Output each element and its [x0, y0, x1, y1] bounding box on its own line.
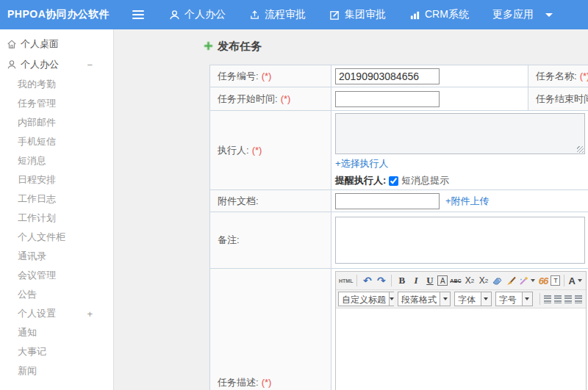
- task-number-label-cell: 任务编号:(*): [210, 65, 331, 87]
- align-right-icon[interactable]: [564, 295, 572, 303]
- sidebar-item-meeting-management[interactable]: 会议管理: [0, 266, 113, 285]
- format-brush-icon[interactable]: [505, 273, 517, 288]
- blockquote-button[interactable]: 66: [537, 273, 549, 288]
- paragraph-format-select[interactable]: 段落格式: [398, 292, 451, 306]
- strikethrough-button[interactable]: ABC: [449, 273, 462, 288]
- required-mark: (*): [580, 71, 588, 82]
- font-highlight-button[interactable]: A: [437, 275, 448, 286]
- font-color-button[interactable]: A: [568, 273, 581, 288]
- align-justify-icon[interactable]: [575, 295, 582, 303]
- group-approve-icon: [329, 10, 340, 21]
- paste-text-button[interactable]: T: [551, 275, 560, 286]
- start-time-input[interactable]: [335, 91, 440, 107]
- resize-handle[interactable]: [577, 146, 584, 153]
- required-mark: (*): [281, 93, 291, 104]
- remark-label-cell: 备注:: [210, 212, 331, 269]
- nav-personal-office[interactable]: 个人办公: [169, 8, 226, 21]
- sidebar-item-news[interactable]: 新闻: [0, 361, 113, 380]
- sidebar-item-short-message[interactable]: 短消息: [0, 151, 113, 170]
- task-name-label-cell: 任务名称:(*): [528, 65, 588, 87]
- caret-down-icon: [440, 292, 450, 306]
- sidebar-item-notice[interactable]: 通知: [0, 323, 113, 342]
- nav-process-approval[interactable]: 流程审批: [249, 8, 306, 21]
- editor-toolbar-row1: HTML ↶ ↷ B I U A ABC X2: [336, 272, 586, 290]
- attachment-input[interactable]: [335, 193, 440, 209]
- attachment-upload-link[interactable]: +附件上传: [445, 195, 490, 208]
- sidebar-item-personal-desktop[interactable]: 个人桌面: [0, 34, 113, 54]
- remark-textarea[interactable]: [335, 217, 585, 264]
- sidebar-item-task-management[interactable]: 任务管理: [0, 94, 113, 113]
- user-icon: [169, 10, 180, 21]
- sidebar-item-label: 个人办公: [21, 58, 59, 71]
- magic-wand-icon[interactable]: [519, 273, 535, 288]
- select-executor-link[interactable]: +选择执行人: [335, 158, 389, 169]
- task-number-input[interactable]: [335, 68, 440, 84]
- caret-down-icon: [545, 13, 553, 17]
- nav-label: 个人办公: [184, 8, 226, 21]
- subscript-button[interactable]: X2: [477, 273, 490, 288]
- sidebar-item-announcement[interactable]: 公告: [0, 285, 113, 304]
- nav-label: 集团审批: [345, 8, 386, 21]
- required-mark: (*): [262, 71, 272, 82]
- attachment-label-cell: 附件文档:: [210, 190, 331, 212]
- remind-executor-label: 提醒执行人:: [335, 174, 386, 187]
- editor-content-area[interactable]: [336, 308, 586, 390]
- expand-plus-icon[interactable]: +: [87, 308, 93, 319]
- executor-label-cell: 执行人:(*): [210, 111, 331, 190]
- nav-more-apps[interactable]: 更多应用: [492, 8, 553, 21]
- user-icon: [7, 59, 17, 70]
- top-nav: 个人办公 流程审批 集团审批 CRM系统 更多应用: [169, 8, 576, 21]
- sidebar-item-work-plan[interactable]: 工作计划: [0, 209, 113, 228]
- home-icon: [7, 39, 17, 49]
- description-label-cell: 任务描述:(*): [210, 269, 331, 390]
- collapse-minus-icon[interactable]: −: [87, 59, 93, 71]
- required-mark: (*): [252, 145, 262, 156]
- add-plus-icon: [204, 40, 213, 54]
- font-family-select[interactable]: 字体: [454, 292, 492, 306]
- superscript-button[interactable]: X2: [463, 273, 476, 288]
- nav-label: CRM系统: [425, 8, 469, 21]
- italic-button[interactable]: I: [409, 273, 422, 288]
- custom-heading-select[interactable]: 自定义标题: [338, 292, 394, 306]
- hamburger-menu-icon[interactable]: [132, 10, 144, 19]
- sidebar: 个人桌面 个人办公 − 我的考勤 任务管理 内部邮件 手机短信 短消息 日程安排…: [0, 29, 114, 390]
- publish-task-form: 任务编号:(*) 任务名称:(*) 任务开始时间:(*): [209, 65, 588, 390]
- nav-label: 更多应用: [492, 8, 534, 21]
- caret-down-icon: [481, 292, 491, 306]
- sidebar-item-schedule[interactable]: 日程安排: [0, 170, 113, 189]
- source-code-button[interactable]: HTML: [339, 273, 353, 288]
- crm-chart-icon: [409, 10, 420, 21]
- sidebar-item-contacts[interactable]: 通讯录: [0, 247, 113, 266]
- font-size-select[interactable]: 字号: [495, 292, 533, 306]
- align-left-icon[interactable]: [544, 295, 551, 303]
- sidebar-item-personal-files[interactable]: 个人文件柜: [0, 228, 113, 247]
- align-center-icon[interactable]: [554, 295, 562, 303]
- executor-textarea[interactable]: [335, 113, 585, 154]
- nav-group-approval[interactable]: 集团审批: [329, 8, 386, 21]
- required-mark: (*): [262, 377, 272, 388]
- eraser-icon[interactable]: [491, 273, 503, 288]
- sidebar-item-sms[interactable]: 手机短信: [0, 132, 113, 151]
- sms-remind-checkbox[interactable]: [389, 176, 398, 186]
- rich-text-editor: HTML ↶ ↷ B I U A ABC X2: [335, 271, 587, 390]
- page-title: 发布任务: [204, 40, 262, 54]
- caret-down-icon: [578, 279, 582, 282]
- caret-down-icon: [531, 279, 535, 282]
- start-time-label-cell: 任务开始时间:(*): [210, 87, 331, 111]
- sidebar-item-memorabilia[interactable]: 大事记: [0, 342, 113, 361]
- bold-button[interactable]: B: [395, 273, 408, 288]
- redo-icon[interactable]: ↷: [375, 273, 387, 288]
- sidebar-item-personal-office[interactable]: 个人办公 −: [0, 54, 113, 75]
- sidebar-item-internal-mail[interactable]: 内部邮件: [0, 113, 113, 132]
- underline-button[interactable]: U: [423, 273, 436, 288]
- sidebar-item-work-log[interactable]: 工作日志: [0, 189, 113, 209]
- sidebar-item-personal-settings[interactable]: 个人设置 +: [0, 304, 113, 323]
- top-bar: PHPOA协同办公软件 个人办公 流程审批 集团审批: [0, 0, 588, 29]
- process-approve-icon: [249, 10, 260, 21]
- caret-down-icon: [522, 292, 532, 306]
- app-root: PHPOA协同办公软件 个人办公 流程审批 集团审批: [0, 0, 588, 390]
- nav-crm-system[interactable]: CRM系统: [409, 8, 469, 21]
- undo-icon[interactable]: ↶: [361, 273, 373, 288]
- sidebar-item-my-attendance[interactable]: 我的考勤: [0, 75, 113, 94]
- sidebar-item-label: 个人桌面: [21, 37, 59, 51]
